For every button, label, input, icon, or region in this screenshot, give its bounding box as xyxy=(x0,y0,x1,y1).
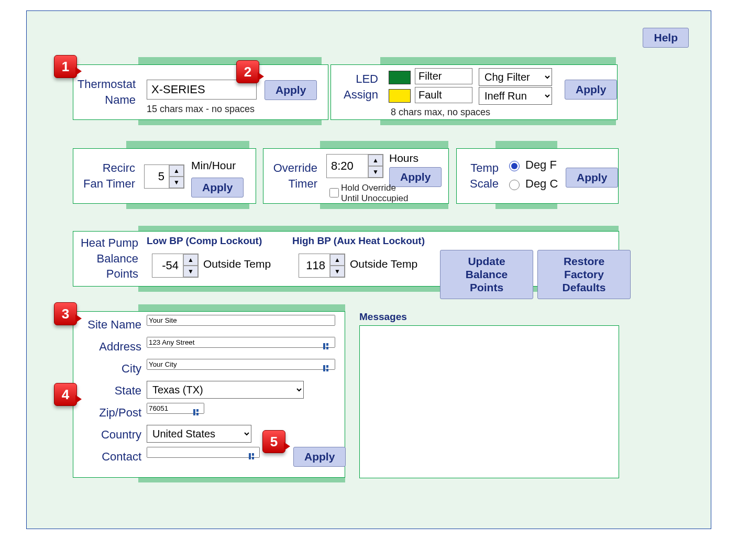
thermostat-apply-button[interactable]: Apply xyxy=(265,80,317,100)
led-apply-button[interactable]: Apply xyxy=(565,80,617,100)
autofill-icon[interactable] xyxy=(193,408,201,416)
config-page: Help Thermostat Name 15 chars max - no s… xyxy=(26,10,711,529)
led-label-2: Assign xyxy=(344,88,378,101)
override-hold-l2: Until Unoccupied xyxy=(341,193,409,203)
thermostat-label-2: Name xyxy=(105,93,136,106)
override-value-input[interactable] xyxy=(327,155,368,178)
site-city-label: City xyxy=(73,361,141,377)
site-country-label: Country xyxy=(73,427,141,443)
site-address-label: Address xyxy=(73,339,141,355)
messages-label: Messages xyxy=(359,311,407,323)
recirc-value-input[interactable] xyxy=(145,165,169,188)
override-panel: Override Timer ▲ ▼ Hours Apply Hold Over… xyxy=(263,148,449,204)
site-apply-button[interactable]: Apply xyxy=(293,447,346,467)
svg-rect-0 xyxy=(323,343,325,349)
temp-label-2: Scale xyxy=(470,177,499,190)
svg-rect-2 xyxy=(326,347,328,349)
site-contact-label: Contact xyxy=(73,449,141,465)
recirc-label-1: Recirc xyxy=(103,161,135,174)
svg-rect-11 xyxy=(252,457,254,459)
svg-rect-10 xyxy=(252,453,254,456)
recirc-panel: Recirc Fan Timer ▲ ▼ Min/Hour Apply xyxy=(73,148,256,204)
recirc-spin-up[interactable]: ▲ xyxy=(169,165,184,177)
balance-low-up[interactable]: ▲ xyxy=(183,254,198,266)
temp-deg-f-label: Deg F xyxy=(525,158,557,172)
svg-rect-5 xyxy=(326,369,328,371)
recirc-apply-button[interactable]: Apply xyxy=(191,178,244,197)
svg-rect-6 xyxy=(193,409,195,415)
balance-high-input[interactable] xyxy=(299,254,329,277)
led-hint: 8 chars max, no spaces xyxy=(391,107,490,118)
thermostat-label-1: Thermostat xyxy=(78,78,136,91)
led-row1-select[interactable]: Chg Filter xyxy=(479,68,552,86)
svg-rect-8 xyxy=(196,413,199,415)
temp-apply-button[interactable]: Apply xyxy=(566,168,618,188)
balance-low-input[interactable] xyxy=(152,254,183,277)
balance-low-unit: Outside Temp xyxy=(203,258,271,270)
site-panel: Site Name Address City State Zip/Post Co… xyxy=(73,311,345,478)
callout-1: 1 xyxy=(54,55,77,78)
temp-deg-c-label: Deg C xyxy=(525,177,558,191)
balance-restore-button[interactable]: Restore FactoryDefaults xyxy=(537,250,631,299)
override-label-2: Timer xyxy=(289,177,317,190)
thermostat-name-panel: Thermostat Name 15 chars max - no spaces… xyxy=(73,64,328,120)
svg-rect-9 xyxy=(249,453,251,459)
messages-box xyxy=(359,325,619,478)
led-row2-select[interactable]: Ineff Run xyxy=(479,87,552,105)
callout-5: 5 xyxy=(262,430,285,453)
callout-2: 2 xyxy=(236,60,259,83)
site-state-label: State xyxy=(73,383,141,399)
led-row1-name-input[interactable] xyxy=(415,68,472,84)
site-country-select[interactable]: United States xyxy=(147,425,251,443)
site-city-input[interactable] xyxy=(147,359,335,370)
balance-high-unit: Outside Temp xyxy=(350,258,417,270)
svg-rect-3 xyxy=(323,365,325,371)
balance-low-down[interactable]: ▼ xyxy=(183,266,198,277)
recirc-unit: Min/Hour xyxy=(191,159,236,172)
balance-update-button[interactable]: Update BalancePoints xyxy=(440,250,533,299)
recirc-label-2: Fan Timer xyxy=(83,177,135,190)
temp-deg-c-radio[interactable] xyxy=(509,180,520,190)
site-name-input[interactable] xyxy=(147,315,335,326)
override-hold-checkbox[interactable] xyxy=(329,188,339,197)
balance-label-3: Points xyxy=(106,267,138,280)
site-state-select[interactable]: Texas (TX) xyxy=(147,381,304,399)
balance-high-up[interactable]: ▲ xyxy=(330,254,345,266)
led-assign-panel: LED Assign Chg Filter Ineff Run 8 chars … xyxy=(331,64,618,120)
temp-deg-f-radio[interactable] xyxy=(509,161,520,171)
autofill-icon[interactable] xyxy=(323,364,331,372)
svg-rect-1 xyxy=(326,343,328,346)
led-row2-name-input[interactable] xyxy=(415,87,472,103)
override-hold-l1: Hold Override xyxy=(341,183,396,193)
callout-3: 3 xyxy=(54,302,77,325)
site-name-label: Site Name xyxy=(73,317,141,333)
svg-rect-4 xyxy=(326,365,328,368)
balance-low-head: Low BP (Comp Lockout) xyxy=(147,235,262,247)
help-button[interactable]: Help xyxy=(643,28,689,48)
autofill-icon[interactable] xyxy=(323,342,331,350)
balance-label-1: Heat Pump xyxy=(81,236,138,249)
callout-4: 4 xyxy=(54,383,77,406)
led-row1-swatch xyxy=(389,71,411,84)
balance-label-2: Balance xyxy=(96,252,138,265)
site-contact-input[interactable] xyxy=(147,447,260,458)
balance-high-head: High BP (Aux Heat Lockout) xyxy=(292,235,425,247)
recirc-spin-down[interactable]: ▼ xyxy=(169,177,184,188)
balance-high-down[interactable]: ▼ xyxy=(330,266,345,277)
autofill-icon[interactable] xyxy=(248,452,257,460)
override-spin-up[interactable]: ▲ xyxy=(368,155,383,166)
override-label-1: Override xyxy=(273,161,317,174)
site-zip-label: Zip/Post xyxy=(73,405,141,421)
temp-label-1: Temp xyxy=(470,161,499,174)
svg-rect-7 xyxy=(196,409,199,412)
temp-scale-panel: Temp Scale Deg F Deg C Apply xyxy=(456,148,619,204)
led-row2-swatch xyxy=(389,89,411,103)
balance-panel: Heat Pump Balance Points Low BP (Comp Lo… xyxy=(73,231,619,287)
site-address-input[interactable] xyxy=(147,337,335,348)
override-spin-down[interactable]: ▼ xyxy=(368,166,383,178)
led-label-1: LED xyxy=(356,72,378,85)
thermostat-hint: 15 chars max - no spaces xyxy=(147,104,255,115)
override-unit: Hours xyxy=(389,152,418,164)
